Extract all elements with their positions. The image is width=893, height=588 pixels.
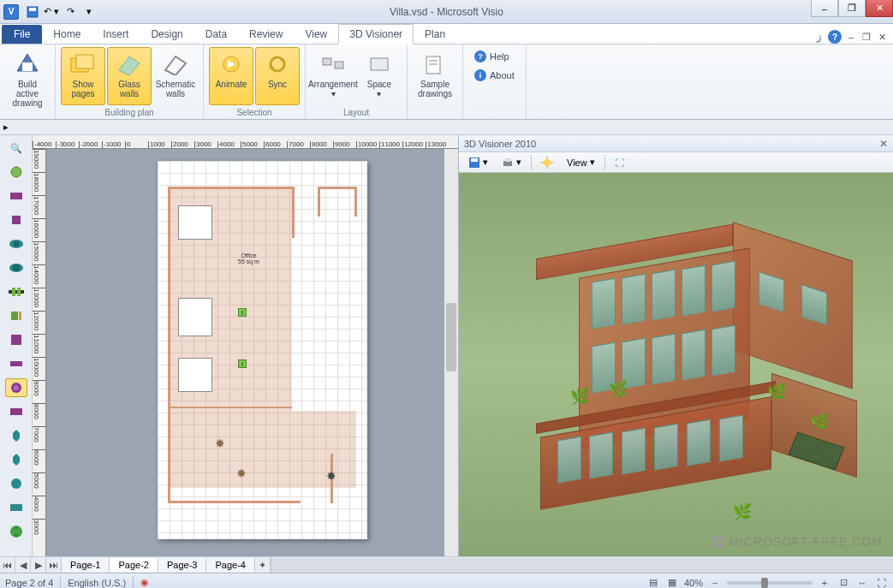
ribbon-minimize-icon[interactable]: ﮊ — [813, 31, 825, 43]
visioner-close-button[interactable]: ✕ — [879, 138, 888, 150]
shape-item[interactable] — [5, 258, 27, 277]
tab-data[interactable]: Data — [194, 24, 238, 44]
show-pages-button[interactable]: Show pages — [61, 47, 105, 105]
drawing-page[interactable]: Office55 sq m I I ✸ ✸ ✸ — [158, 161, 367, 539]
canvas-area: -4000-3000-2000-100001000200030004000500… — [33, 135, 458, 556]
star-icon: ✸ — [215, 437, 225, 450]
zoom-slider[interactable] — [727, 581, 813, 585]
svg-rect-22 — [11, 312, 18, 320]
fit-page-button[interactable]: ⊡ — [836, 576, 850, 589]
visioner-view-button[interactable]: View ▾ — [561, 154, 601, 170]
visioner-light-button[interactable] — [535, 154, 559, 171]
svg-rect-30 — [10, 504, 22, 511]
building-3d: 🌿 🌿 🌿 🌿 🌿 — [510, 216, 853, 524]
glass-walls-button[interactable]: Glass walls — [107, 47, 152, 105]
zoom-in-button[interactable]: + — [818, 576, 831, 589]
shape-item[interactable] — [5, 522, 27, 541]
svg-rect-42 — [718, 536, 723, 541]
shape-item-selected[interactable] — [5, 378, 27, 397]
visioner-3d-view[interactable]: 🌿 🌿 🌿 🌿 🌿 MICROSOFT-FREE.COM — [459, 173, 893, 556]
scrollbar-horizontal[interactable] — [271, 558, 893, 573]
page-tab-active[interactable]: Page-2 — [110, 558, 158, 572]
file-tab[interactable]: File — [2, 25, 42, 44]
tab-home[interactable]: Home — [42, 24, 92, 44]
status-zoom-value[interactable]: 40% — [684, 578, 703, 588]
mdi-close-icon[interactable]: ✕ — [876, 31, 888, 43]
formula-icon[interactable]: ▸ — [3, 122, 9, 133]
ribbon-group-building-plan: Show pages Glass walls Schematic walls B… — [56, 45, 204, 119]
shape-item[interactable] — [5, 354, 27, 373]
shapes-search-icon[interactable]: 🔍 — [5, 139, 27, 157]
page-tab[interactable]: Page-4 — [206, 558, 254, 572]
qat-redo-button[interactable]: ↷ — [62, 4, 79, 20]
status-language[interactable]: English (U.S.) — [68, 578, 126, 588]
schematic-walls-button[interactable]: Schematic walls — [153, 47, 198, 105]
minimize-button[interactable]: – — [811, 0, 838, 17]
shape-item[interactable] — [5, 282, 27, 301]
mdi-restore-icon[interactable]: ❐ — [860, 31, 872, 43]
page-first-button[interactable]: ⏮ — [0, 558, 15, 573]
help-icon[interactable]: ? — [828, 30, 842, 44]
maximize-button[interactable]: ❐ — [838, 0, 866, 17]
shape-item[interactable] — [5, 211, 27, 229]
status-layers-icon[interactable]: ▤ — [646, 576, 660, 589]
canvas-viewport[interactable]: Office55 sq m I I ✸ ✸ ✸ — [46, 149, 458, 556]
svg-point-27 — [14, 385, 19, 390]
build-active-drawing-button[interactable]: Build active drawing — [5, 47, 50, 105]
animate-button[interactable]: Animate — [209, 47, 253, 105]
shape-item[interactable] — [5, 235, 27, 253]
sample-icon — [421, 50, 449, 78]
qat-save-button[interactable] — [24, 4, 41, 20]
ribbon-group-build: Build active drawing — [0, 45, 56, 119]
help-button[interactable]: ?Help — [468, 47, 521, 66]
shape-item[interactable] — [5, 330, 27, 349]
svg-rect-1 — [29, 8, 36, 11]
tab-plan[interactable]: Plan — [414, 24, 456, 44]
svg-rect-43 — [711, 543, 717, 548]
tab-review[interactable]: Review — [238, 24, 294, 44]
status-grid-icon[interactable]: ▦ — [665, 576, 679, 589]
about-button[interactable]: iAbout — [468, 66, 521, 85]
tab-design[interactable]: Design — [140, 24, 193, 44]
shape-item[interactable] — [5, 402, 27, 421]
animate-icon — [217, 50, 245, 78]
visioner-save-button[interactable]: ▾ — [462, 154, 494, 171]
zoom-out-button[interactable]: − — [708, 576, 722, 589]
sync-icon — [264, 50, 291, 78]
sample-drawings-button[interactable]: Sample drawings — [413, 47, 457, 105]
space-button[interactable]: Space▾ — [357, 47, 402, 105]
close-button[interactable]: ✕ — [866, 0, 893, 17]
scrollbar-vertical[interactable] — [444, 149, 458, 556]
page-last-button[interactable]: ⏭ — [46, 558, 62, 573]
qat-customize-button[interactable]: ▾ — [80, 4, 98, 20]
shape-item[interactable] — [5, 426, 27, 445]
shape-item[interactable] — [5, 306, 27, 325]
svg-rect-25 — [10, 361, 22, 366]
titlebar: V ↶ ▾ ↷ ▾ Villa.vsd - Microsoft Visio – … — [0, 0, 893, 24]
tab-3d-visioner[interactable]: 3D Visioner — [338, 24, 414, 45]
page-prev-button[interactable]: ◀ — [15, 558, 31, 573]
status-record-icon[interactable]: ◉ — [140, 577, 149, 588]
tab-insert[interactable]: Insert — [92, 24, 140, 44]
shape-item[interactable] — [5, 498, 27, 517]
fullscreen-button[interactable]: ⛶ — [874, 576, 888, 589]
schematic-icon — [162, 50, 189, 78]
shape-item[interactable] — [5, 187, 27, 205]
mdi-minimize-icon[interactable]: – — [845, 31, 857, 43]
arrangement-button[interactable]: Arrangement▾ — [311, 47, 355, 105]
shape-item[interactable] — [5, 474, 27, 493]
qat-undo-button[interactable]: ↶ ▾ — [43, 4, 60, 20]
sync-button[interactable]: Sync — [255, 47, 300, 105]
page-next-button[interactable]: ▶ — [31, 558, 46, 573]
page-tabs-bar: ⏮ ◀ ▶ ⏭ Page-1 Page-2 Page-3 Page-4 ✦ — [0, 556, 893, 573]
visioner-print-button[interactable]: ▾ — [496, 154, 527, 171]
shape-item[interactable] — [5, 450, 27, 469]
page-tab[interactable]: Page-3 — [158, 558, 206, 572]
shapes-more-icon[interactable] — [5, 163, 27, 181]
page-add-button[interactable]: ✦ — [255, 558, 271, 573]
svg-rect-24 — [11, 335, 21, 345]
page-tab[interactable]: Page-1 — [62, 558, 110, 572]
fit-width-button[interactable]: ↔ — [855, 576, 869, 589]
visioner-expand-button[interactable]: ⛶ — [609, 155, 630, 170]
tab-view[interactable]: View — [294, 24, 338, 44]
